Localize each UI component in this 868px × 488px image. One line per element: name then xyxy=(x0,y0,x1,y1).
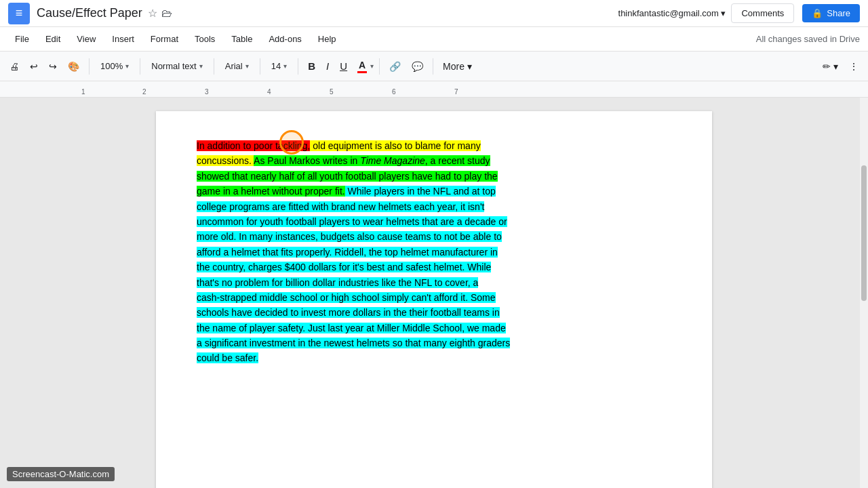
size-select[interactable]: 14 ▾ xyxy=(266,58,292,74)
undo-button[interactable]: ↩ xyxy=(26,58,42,75)
ruler-mark-5: 5 xyxy=(330,88,334,96)
highlight-green-2: showed that nearly half of all youth foo… xyxy=(197,171,498,182)
star-icon[interactable]: ☆ xyxy=(148,7,157,20)
highlight-cyan-4: more old. In many instances, budgets als… xyxy=(197,231,502,242)
highlight-cyan-2: college programs are fitted with brand n… xyxy=(197,201,484,212)
zoom-arrow: ▾ xyxy=(125,62,129,70)
highlight-green-3: game in a helmet without proper fit. xyxy=(197,186,345,197)
font-color-letter: A xyxy=(359,60,366,70)
highlight-green-1: As Paul Markos writes in Time Magazine, … xyxy=(254,155,490,166)
size-value: 14 xyxy=(271,61,281,71)
comment-button[interactable]: 💬 xyxy=(408,58,427,75)
font-value: Arial xyxy=(225,61,243,71)
link-button[interactable]: 🔗 xyxy=(385,58,405,75)
separator-3 xyxy=(214,58,214,75)
highlight-cyan-11: a significant investment in the newest h… xyxy=(197,338,510,348)
menu-format[interactable]: Format xyxy=(144,31,185,47)
menu-view[interactable]: View xyxy=(70,31,102,47)
zoom-value: 100% xyxy=(100,61,123,71)
comments-button[interactable]: Comments xyxy=(731,3,794,23)
highlight-cyan-7: that's no problem for billion dollar ind… xyxy=(197,277,478,288)
highlight-cyan-6: the country, charges $400 dollars for it… xyxy=(197,262,491,272)
toolbar: 🖨 ↩ ↪ 🎨 100% ▾ Normal text ▾ Arial ▾ 14 … xyxy=(0,52,868,81)
style-arrow: ▾ xyxy=(199,62,203,70)
ruler-mark-7: 7 xyxy=(454,88,458,96)
more-button[interactable]: More ▾ xyxy=(439,58,476,75)
size-arrow: ▾ xyxy=(283,62,287,70)
highlight-cyan-8: cash-strapped middle school or high scho… xyxy=(197,292,496,303)
underline-button[interactable]: U xyxy=(336,58,351,75)
app-icon: ≡ xyxy=(8,3,30,24)
highlight-cyan-9: schools have decided to invest more doll… xyxy=(197,307,500,318)
ruler-mark-3: 3 xyxy=(205,88,209,96)
watermark: Screencast-O-Matic.com xyxy=(7,467,115,481)
highlight-cyan-3: uncommon for youth football players to w… xyxy=(197,216,507,227)
style-select[interactable]: Normal text ▾ xyxy=(146,58,208,74)
menu-addons[interactable]: Add-ons xyxy=(262,31,308,47)
paint-format-button[interactable]: 🎨 xyxy=(64,58,83,75)
ruler-mark-6: 6 xyxy=(392,88,396,96)
highlight-cyan-1: While players in the NFL and at top xyxy=(345,186,496,197)
menu-edit[interactable]: Edit xyxy=(39,31,67,47)
font-select[interactable]: Arial ▾ xyxy=(220,58,254,74)
folder-icon[interactable]: 🗁 xyxy=(161,7,172,20)
title-bar: ≡ Cause/Effect Paper ☆ 🗁 thinkfantastic@… xyxy=(0,0,868,27)
highlight-red: In addition to poor tackling, xyxy=(197,140,310,151)
ruler-mark-4: 4 xyxy=(267,88,271,96)
collapse-toolbar-button[interactable]: ⋮ xyxy=(845,58,863,75)
separator-5 xyxy=(298,58,298,75)
ruler: 1 2 3 4 5 6 7 xyxy=(0,81,868,98)
separator-4 xyxy=(260,58,260,75)
font-color-indicator xyxy=(357,71,367,73)
menu-file[interactable]: File xyxy=(8,31,36,47)
font-color-arrow[interactable]: ▾ xyxy=(370,62,374,70)
font-arrow: ▾ xyxy=(245,62,249,70)
lock-icon: 🔒 xyxy=(812,8,823,18)
menu-tools[interactable]: Tools xyxy=(188,31,222,47)
highlight-yellow-2: concussions. xyxy=(197,155,254,166)
share-button[interactable]: 🔒 Share xyxy=(802,4,860,22)
document-title: Cause/Effect Paper xyxy=(37,6,142,20)
menu-table[interactable]: Table xyxy=(224,31,259,47)
saved-in-drive: All changes saved in Drive xyxy=(756,34,860,44)
separator-1 xyxy=(89,58,90,75)
highlight-cyan-5: afford a helmet that fits properly. Ridd… xyxy=(197,247,498,258)
user-email[interactable]: thinkfantastic@gmail.com ▾ xyxy=(618,8,726,18)
italic-button[interactable]: I xyxy=(322,58,333,75)
document-area: In addition to poor tackling, old equipm… xyxy=(0,98,868,488)
more-label: More ▾ xyxy=(443,61,472,72)
zoom-select[interactable]: 100% ▾ xyxy=(95,58,134,74)
highlight-cyan-10: the name of player safety. Just last yea… xyxy=(197,323,506,333)
document-page: In addition to poor tackling, old equipm… xyxy=(156,111,712,488)
ruler-mark-2: 2 xyxy=(142,88,146,96)
scrollbar-thumb[interactable] xyxy=(861,165,867,301)
font-color-button[interactable]: A xyxy=(354,58,370,75)
redo-button[interactable]: ↪ xyxy=(45,58,61,75)
ruler-content: 1 2 3 4 5 6 7 xyxy=(81,81,787,97)
toolbar-right: ✏ ▾ ⋮ xyxy=(818,58,863,75)
highlight-cyan-12: could be safer. xyxy=(197,352,258,363)
pen-button[interactable]: ✏ ▾ xyxy=(818,58,842,75)
separator-2 xyxy=(140,58,140,75)
bold-button[interactable]: B xyxy=(304,58,319,75)
menu-insert[interactable]: Insert xyxy=(105,31,141,47)
share-label: Share xyxy=(827,8,850,18)
separator-7 xyxy=(433,58,433,75)
highlight-yellow-1: old equipment is also to blame for many xyxy=(310,140,480,151)
menu-help[interactable]: Help xyxy=(311,31,343,47)
scrollbar[interactable] xyxy=(860,98,868,488)
ruler-mark-1: 1 xyxy=(81,88,85,96)
document-content[interactable]: In addition to poor tackling, old equipm… xyxy=(197,138,671,366)
app-icon-symbol: ≡ xyxy=(16,6,23,20)
style-value: Normal text xyxy=(151,61,196,71)
separator-6 xyxy=(379,58,380,75)
menu-bar: File Edit View Insert Format Tools Table… xyxy=(0,27,868,52)
print-button[interactable]: 🖨 xyxy=(5,58,23,75)
